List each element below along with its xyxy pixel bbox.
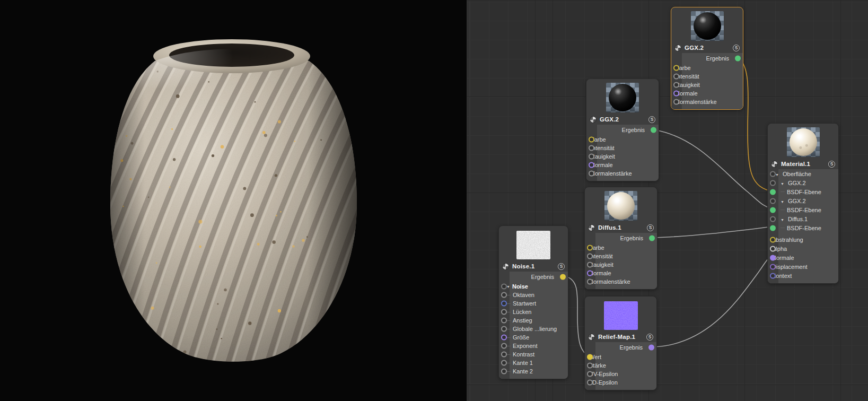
node-material-1[interactable]: Material.1 S ▼ Oberfläche ▼ GGX.2 BSDF-E… [767, 123, 839, 284]
solo-badge[interactable]: S [558, 263, 565, 270]
input-label: Kante 1 [513, 360, 533, 366]
input-port-l-cken[interactable] [501, 309, 507, 315]
input-label: BSDF-Ebene [787, 225, 821, 231]
input-port-oberfl-che[interactable] [770, 171, 776, 177]
input-port-ggx-2[interactable] [770, 180, 776, 186]
node-ggx-2[interactable]: GGX.2 S Ergebnis Farbe Intensität Rauigk… [671, 7, 743, 110]
port-row-abstrahlung: Abstrahlung [768, 235, 838, 244]
input-port-gr-e[interactable] [501, 335, 507, 341]
caret-down-icon[interactable]: ▼ [781, 200, 784, 204]
solo-badge[interactable]: S [828, 161, 835, 168]
input-port-normale[interactable] [673, 91, 679, 97]
input-port-rauigkeit[interactable] [673, 82, 679, 88]
input-port-normale[interactable] [589, 162, 594, 168]
input-port-exponent[interactable] [501, 343, 507, 349]
input-port-startwert[interactable] [501, 301, 507, 307]
blue-noise-preview [604, 301, 638, 330]
output-label: Ergebnis [620, 235, 643, 241]
input-port-normalenst-rke[interactable] [589, 171, 594, 177]
solo-badge[interactable]: S [648, 116, 655, 123]
caret-down-icon[interactable]: ▼ [775, 173, 779, 177]
input-port-anstieg[interactable] [501, 318, 507, 324]
node-preview [585, 187, 657, 222]
node-ports: Ergebnis Farbe Intensität Rauigkeit Norm… [585, 233, 657, 289]
material-node-icon [771, 161, 778, 168]
input-port-intensit-t[interactable] [589, 145, 594, 151]
node-header[interactable]: GGX.2 S [671, 42, 743, 53]
input-port-oktaven[interactable] [501, 292, 507, 298]
node-relief-map-1[interactable]: Relief-Map.1 S Ergebnis Wert Stärke UV-E… [584, 296, 657, 390]
input-port-intensit-t[interactable] [673, 74, 679, 80]
input-port-ggx-2[interactable] [770, 198, 776, 204]
node-header[interactable]: Material.1 S [768, 159, 838, 169]
port-row-normalenst-rke: Normalenstärke [671, 98, 743, 106]
port-row-kontext: Kontext [768, 271, 838, 280]
node-header[interactable]: Relief-Map.1 S [585, 332, 656, 342]
input-port-uv-epsilon[interactable] [587, 371, 593, 377]
node-header[interactable]: Diffus.1 S [585, 222, 657, 233]
node-preview [585, 297, 656, 332]
node-noise-1[interactable]: Noise.1 S Ergebnis ▼ Noise Oktaven Star [498, 225, 568, 379]
input-label: Globale ...lierung [513, 326, 557, 332]
solo-badge[interactable]: S [647, 224, 654, 231]
caret-down-icon[interactable]: ▼ [781, 218, 784, 222]
node-header[interactable]: Noise.1 S [499, 261, 568, 272]
checker-background [691, 11, 724, 41]
port-row-rauigkeit: Rauigkeit [585, 260, 657, 269]
input-port-farbe[interactable] [587, 245, 593, 251]
input-port-noise[interactable] [501, 284, 507, 290]
port-row-oberfl-che: ▼ Oberfläche [768, 169, 838, 178]
node-ggx-2[interactable]: GGX.2 S Ergebnis Farbe Intensität Rauigk… [586, 79, 659, 181]
node-title: Diffus.1 [598, 224, 647, 231]
input-port-wert[interactable] [587, 354, 593, 360]
input-port-bsdf-ebene[interactable] [770, 189, 776, 195]
input-port-globale-lierung[interactable] [501, 326, 507, 332]
input-port-intensit-t[interactable] [587, 254, 593, 259]
group-label: GGX.2 [788, 198, 806, 204]
input-port-normale[interactable] [587, 271, 593, 276]
node-preview [586, 79, 659, 114]
port-row-3d-epsilon: 3D-Epsilon [585, 378, 656, 387]
input-label: Abstrahlung [772, 237, 803, 243]
input-port-normalenst-rke[interactable] [673, 99, 679, 105]
output-port-ergebnis[interactable] [735, 56, 741, 62]
input-port-kontext[interactable] [770, 273, 776, 278]
input-port-diffus-1[interactable] [770, 216, 776, 222]
output-port-ergebnis[interactable] [560, 274, 566, 280]
input-port-bsdf-ebene[interactable] [770, 207, 776, 213]
input-port-farbe[interactable] [589, 137, 594, 143]
input-label: BSDF-Ebene [787, 207, 821, 213]
input-port-alpha[interactable] [770, 246, 776, 251]
tree-line [506, 312, 511, 312]
solo-badge[interactable]: S [646, 334, 653, 341]
input-port-st-rke[interactable] [587, 363, 593, 369]
output-port-ergebnis[interactable] [649, 236, 655, 241]
output-row-ergebnis: Ergebnis [671, 53, 743, 64]
input-port-kontrast[interactable] [501, 352, 507, 358]
group-label: Noise [512, 283, 528, 290]
input-port-normalenst-rke[interactable] [587, 279, 593, 285]
input-port-normale[interactable] [770, 255, 776, 260]
output-label: Ergebnis [620, 344, 643, 351]
output-port-ergebnis[interactable] [651, 127, 656, 133]
tree-line [506, 354, 511, 355]
input-port-farbe[interactable] [673, 65, 679, 71]
crackle-sphere-preview [790, 128, 817, 156]
node-diffus-1[interactable]: Diffus.1 S Ergebnis Farbe Intensität Rau… [584, 187, 657, 290]
input-port-kante-1[interactable] [501, 360, 507, 366]
node-header[interactable]: GGX.2 S [586, 114, 659, 125]
caret-down-icon[interactable]: ▼ [506, 285, 510, 289]
tree-line [781, 228, 785, 228]
input-port-rauigkeit[interactable] [589, 154, 594, 160]
input-port-rauigkeit[interactable] [587, 262, 593, 268]
input-port-bsdf-ebene[interactable] [770, 225, 776, 231]
black-sphere-preview [694, 12, 721, 40]
output-port-ergebnis[interactable] [648, 345, 654, 351]
input-port-displacement[interactable] [770, 264, 776, 269]
checker-background [787, 127, 820, 157]
input-port-abstrahlung[interactable] [770, 237, 776, 242]
input-port-kante-2[interactable] [501, 369, 507, 374]
input-port-3d-epsilon[interactable] [587, 380, 593, 386]
caret-down-icon[interactable]: ▼ [781, 182, 784, 186]
solo-badge[interactable]: S [733, 45, 740, 51]
